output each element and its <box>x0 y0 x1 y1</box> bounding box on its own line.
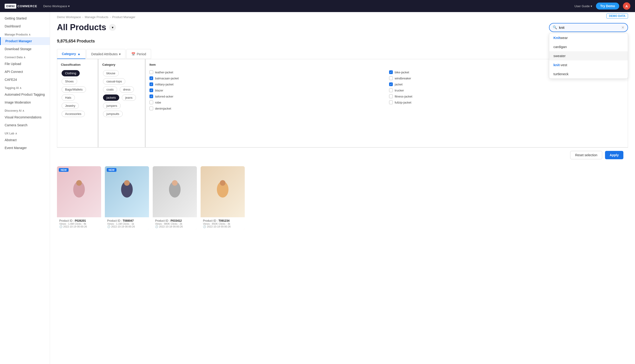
item-fitness-jacket: fitness-jacket <box>389 93 624 99</box>
cb-denimjacket[interactable] <box>149 106 153 110</box>
workspace-arrow: ▾ <box>68 4 70 8</box>
search-label-turtleneck: turtleneck <box>553 72 568 76</box>
product-card-0[interactable]: NEW Product ID : P026201 Views : 1.6M Cl… <box>57 166 101 230</box>
sidebar-item-api-connect[interactable]: API Connect <box>0 68 50 76</box>
cb-fitness-jacket[interactable] <box>389 94 393 98</box>
sidebar-item-dashboard[interactable]: Dashboard <box>0 22 50 30</box>
search-input[interactable] <box>559 26 619 30</box>
search-option-cardigan[interactable]: cardigan <box>549 42 628 51</box>
sidebar-item-getting-started[interactable]: Getting Started <box>0 14 50 22</box>
search-clear-icon[interactable]: ✕ <box>621 25 624 30</box>
product-views-0: Views : 1.6M Clicks : 4k <box>59 222 99 225</box>
sidebar-item-download-storage[interactable]: Download Storage <box>0 45 50 53</box>
sidebar-item-product-manager[interactable]: Product Manager <box>0 37 50 45</box>
logo-commerce: COMMERCE <box>18 4 37 8</box>
chip-jeans[interactable]: jeans <box>122 94 136 101</box>
sidebar-item-file-upload[interactable]: File Upload <box>0 60 50 68</box>
chip-accessories[interactable]: Accessories <box>62 111 85 117</box>
chip-coats[interactable]: coats <box>103 86 117 92</box>
apply-button[interactable]: Apply <box>605 151 623 159</box>
workspace-label: Demo Workspace <box>43 4 67 8</box>
breadcrumb-sep-2: › <box>110 15 111 19</box>
item-label-tailored-acker: tailored-acker <box>155 95 173 98</box>
sidebar-item-visual-recommendations[interactable]: Visual Recommendations <box>0 113 50 121</box>
chip-dress[interactable]: dress <box>120 86 134 92</box>
search-highlight-knitwear: Knit <box>553 36 560 40</box>
user-guide-label: User Guide <box>574 4 590 8</box>
search-label-sweater: sweater <box>553 54 566 58</box>
chip-casual-tops[interactable]: casual-tops <box>103 78 125 84</box>
page-title-dropdown-button[interactable]: ▾ <box>109 24 116 31</box>
search-suffix-knitwear: wear <box>560 36 568 40</box>
sidebar-section-discovery-ai: Discovery AI ∧ <box>0 106 50 113</box>
chip-jewelry[interactable]: Jewelry <box>62 102 79 109</box>
sidebar-item-cafe24[interactable]: CAFE24 <box>0 76 50 84</box>
tab-category[interactable]: Category ▲ <box>57 49 86 59</box>
item-blazer: ✓ blazer <box>149 87 384 93</box>
sidebar-item-image-moderation[interactable]: Image Moderation <box>0 98 50 106</box>
chip-clothing[interactable]: Clothing <box>62 70 80 76</box>
product-date-2: 🕐 2022-10-18 00:00:26 <box>155 225 194 228</box>
item-fullzip-jacket: fullzip-jacket <box>389 99 624 106</box>
chip-shoes[interactable]: Shoes <box>62 78 77 84</box>
cb-blazer[interactable]: ✓ <box>149 88 153 92</box>
chip-hats[interactable]: Hats <box>62 94 75 101</box>
sidebar-item-camera-search[interactable]: Camera Search <box>0 121 50 129</box>
cb-balmacaan-jacket[interactable]: ✓ <box>149 76 153 80</box>
tab-detailed-attributes-label: Detailed Attributes <box>91 52 118 56</box>
item-robe: robe <box>149 99 384 106</box>
user-guide-arrow: ▾ <box>591 4 592 8</box>
product-badge-1: NEW <box>107 168 116 172</box>
user-guide-button[interactable]: User Guide ▾ <box>574 4 592 8</box>
svg-point-5 <box>172 180 177 186</box>
chip-blouse[interactable]: blouse <box>103 70 119 76</box>
sidebar-section-connect-data: Connect Data ∧ <box>0 53 50 60</box>
avatar: A <box>623 2 630 10</box>
main-layout: Getting Started Dashboard Manage Product… <box>0 12 635 364</box>
sidebar-item-automated-product-tagging[interactable]: Automated Product Tagging <box>0 90 50 98</box>
chip-jackets[interactable]: jackets <box>103 94 119 101</box>
sidebar-item-abstract[interactable]: Abstract <box>0 136 50 144</box>
chip-jumpsuits[interactable]: jumpsuits <box>103 111 123 117</box>
search-option-knit-vest[interactable]: knit-vest <box>549 60 628 70</box>
product-card-1[interactable]: NEW Product ID : T088047 Views : 1.1M Cl… <box>105 166 149 230</box>
svg-point-7 <box>220 180 226 186</box>
sidebar-item-event-manager[interactable]: Event Manager <box>0 144 50 152</box>
cb-windbreaker[interactable] <box>389 76 393 80</box>
item-jacket: ✓ jacket <box>389 81 624 87</box>
cb-fullzip-jacket[interactable] <box>389 100 393 104</box>
product-card-2[interactable]: Product ID : P033412 Views : 980K Clicks… <box>153 166 197 230</box>
search-input-box: 🔍 ✕ <box>549 23 628 32</box>
product-date-0: 🕐 2022-10-19 00:00:26 <box>59 225 99 228</box>
logo: OMNI COMMERCE <box>5 4 37 8</box>
search-option-sweater[interactable]: sweater <box>549 51 628 60</box>
breadcrumb-workspace[interactable]: Demo Workspace <box>57 15 81 19</box>
reset-selection-button[interactable]: Reset selection <box>570 151 602 159</box>
cb-tailored-acker[interactable]: ✓ <box>149 94 153 98</box>
search-option-turtleneck[interactable]: turtleneck <box>549 70 628 78</box>
tab-period[interactable]: 📅 Period <box>126 49 151 59</box>
category-column: Category blouse casual-tops coats dress … <box>99 59 145 147</box>
cb-robe[interactable] <box>149 100 153 104</box>
search-icon: 🔍 <box>553 25 557 30</box>
product-card-3[interactable]: Product ID : T091234 Views : 850K Clicks… <box>200 166 245 230</box>
tab-period-icon: 📅 <box>131 52 135 56</box>
product-views-3: Views : 850K Clicks : 3k <box>203 222 243 225</box>
chip-jumpers[interactable]: jumpers <box>103 102 121 109</box>
cb-bike-jacket[interactable]: ✓ <box>389 70 393 74</box>
workspace-button[interactable]: Demo Workspace ▾ <box>43 4 70 8</box>
cb-military-jacket[interactable]: ✓ <box>149 82 153 86</box>
cb-trucker[interactable] <box>389 88 393 92</box>
item-trucker: trucker <box>389 87 624 93</box>
search-option-knitwear[interactable]: Knitwear <box>549 33 628 42</box>
item-label-fullzip-jacket: fullzip-jacket <box>395 101 411 104</box>
product-date-3: 🕐 2022-10-18 00:00:26 <box>203 225 243 228</box>
try-demo-button[interactable]: Try Demo <box>596 2 619 10</box>
item-label-bike-jacket: bike-jacket <box>395 70 409 74</box>
chip-bags-wallets[interactable]: Bags/Wallets <box>62 86 86 92</box>
product-info-2: Product ID : P033412 Views : 980K Clicks… <box>153 217 197 230</box>
tab-detailed-attributes[interactable]: Detailed Attributes ▾ <box>86 49 126 59</box>
cb-leather-jacket[interactable] <box>149 70 153 74</box>
breadcrumb-manage-products[interactable]: Manage Products <box>85 15 108 19</box>
cb-jacket[interactable]: ✓ <box>389 82 393 86</box>
